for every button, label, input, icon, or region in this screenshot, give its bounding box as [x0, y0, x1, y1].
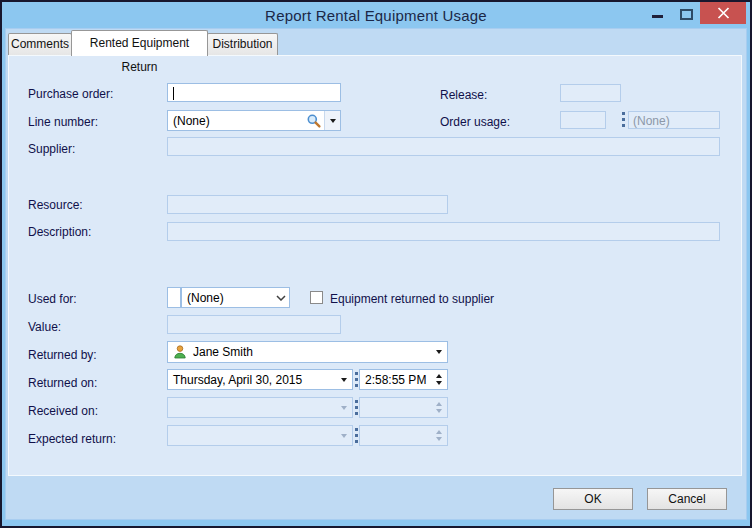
line-number-label: Line number:	[28, 115, 98, 129]
received-on-date-picker	[167, 397, 353, 418]
triangle-down-icon	[436, 350, 442, 354]
returned-by-value: Jane Smith	[188, 345, 431, 359]
used-for-combobox[interactable]: (None)	[181, 287, 290, 308]
resource-input	[167, 195, 448, 214]
spinner-up-down-icon[interactable]	[431, 370, 447, 389]
spin-up-icon	[436, 430, 442, 434]
line-number-dropdown-button[interactable]	[324, 111, 340, 130]
received-on-label: Received on:	[28, 404, 98, 418]
returned-on-dropdown-button[interactable]	[336, 370, 352, 389]
purchase-order-input[interactable]	[167, 83, 341, 102]
field-pair-separator	[355, 428, 358, 443]
order-usage-label: Order usage:	[440, 115, 510, 129]
returned-on-time-spinner[interactable]: 2:58:55 PM	[359, 369, 448, 390]
description-input	[167, 222, 720, 241]
order-usage-description: (None)	[628, 111, 720, 129]
received-on-dropdown-button	[336, 398, 352, 417]
returned-on-date-value: Thursday, April 30, 2015	[168, 373, 336, 387]
release-input[interactable]	[560, 84, 621, 102]
person-icon	[172, 344, 188, 360]
titlebar[interactable]: Report Rental Equipment Usage	[2, 2, 750, 28]
returned-by-dropdown-button[interactable]	[431, 342, 447, 362]
purchase-order-label: Purchase order:	[28, 87, 113, 101]
window-title: Report Rental Equipment Usage	[2, 7, 750, 24]
expected-return-label: Expected return:	[28, 432, 116, 446]
returned-on-date-picker[interactable]: Thursday, April 30, 2015	[167, 369, 353, 390]
triangle-down-icon	[341, 378, 347, 382]
expected-return-dropdown-button	[336, 426, 352, 445]
equipment-returned-label: Equipment returned to supplier	[330, 292, 494, 306]
description-label: Description:	[28, 225, 91, 239]
triangle-down-icon	[341, 406, 347, 410]
magnifier-icon[interactable]	[306, 113, 322, 129]
spin-up-icon	[436, 374, 442, 378]
tab-distribution[interactable]: Distribution	[207, 33, 278, 55]
triangle-down-icon	[330, 119, 336, 123]
resource-label: Resource:	[28, 198, 83, 212]
used-for-edit-box[interactable]	[167, 287, 181, 308]
spinner-up-down-icon	[431, 398, 447, 417]
spin-down-icon	[436, 437, 442, 441]
tab-comments[interactable]: Comments	[8, 33, 72, 55]
line-number-value: (None)	[168, 114, 306, 128]
dialog-window: Report Rental Equipment Usage Comments R…	[0, 0, 752, 528]
spin-down-icon	[436, 409, 442, 413]
expected-return-time-spinner	[359, 425, 448, 446]
expected-return-date-picker	[167, 425, 353, 446]
cancel-button[interactable]: Cancel	[647, 488, 727, 510]
spinner-up-down-icon	[431, 426, 447, 445]
used-for-label: Used for:	[28, 292, 77, 306]
returned-on-time-value: 2:58:55 PM	[360, 373, 431, 387]
field-pair-separator	[622, 112, 625, 127]
release-label: Release:	[440, 88, 487, 102]
close-x-icon	[717, 7, 730, 19]
field-pair-separator	[355, 372, 358, 387]
order-usage-input[interactable]	[560, 111, 606, 129]
triangle-down-icon	[341, 434, 347, 438]
supplier-input	[167, 137, 720, 156]
ok-button[interactable]: OK	[553, 488, 633, 510]
text-caret	[173, 87, 174, 100]
minimize-icon[interactable]	[652, 15, 663, 18]
value-label: Value:	[28, 320, 61, 334]
used-for-dropdown-button[interactable]	[273, 288, 289, 307]
returned-by-combobox[interactable]: Jane Smith	[167, 341, 448, 363]
field-pair-separator	[355, 400, 358, 415]
chevron-down-icon	[276, 295, 286, 301]
spin-down-icon	[436, 381, 442, 385]
supplier-label: Supplier:	[28, 142, 75, 156]
close-button[interactable]	[700, 2, 746, 24]
equipment-returned-checkbox[interactable]	[310, 291, 323, 304]
used-for-value: (None)	[182, 291, 273, 305]
value-input	[167, 315, 341, 334]
spin-up-icon	[436, 402, 442, 406]
maximize-icon[interactable]	[680, 9, 693, 20]
tab-rented-equipment-return[interactable]: Rented Equipment Return	[71, 30, 208, 56]
line-number-combobox[interactable]: (None)	[167, 110, 341, 131]
received-on-time-spinner	[359, 397, 448, 418]
returned-by-label: Returned by:	[28, 348, 97, 362]
returned-on-label: Returned on:	[28, 376, 97, 390]
